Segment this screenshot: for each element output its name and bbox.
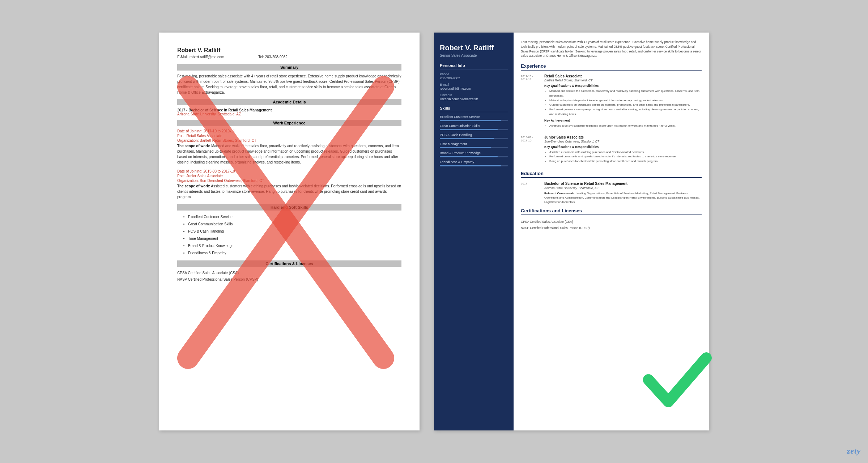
- right-cert-1: NASP Certified Professional Sales Person…: [521, 225, 702, 231]
- skill-bar-fill-3: [440, 147, 491, 148]
- scope-label-1: The scope of work:: [177, 144, 210, 148]
- cert-item-2: NASP Certified Professional Sales Person…: [177, 276, 401, 283]
- exp-bullet: Assisted customers with clothing purchas…: [549, 150, 676, 155]
- exp-bullet: Rang up purchases for clients while prom…: [549, 159, 676, 164]
- work-org-2: Organization: Sun-Drenched Outerwear, St…: [177, 179, 401, 183]
- left-resume-contact: E-Mail: robert.ratliff@me.com Tel: 203-2…: [177, 55, 401, 59]
- exp-entry-0: 2017-10 - 2019-11 Retail Sales Associate…: [521, 74, 702, 130]
- exp-bullet: Manned and walked the sales floor, proac…: [549, 89, 702, 98]
- skill-item-0: Excellent Customer Service: [440, 115, 508, 121]
- scope-text-2: Assisted customers with clothing purchas…: [177, 184, 401, 199]
- edu-entry-0: 2017 Bachelor of Science in Retail Sales…: [521, 182, 702, 204]
- left-resume: Robert V. Ratliff E-Mail: robert.ratliff…: [159, 33, 420, 430]
- right-cert-0: CPSA Certified Sales Associate (CSA): [521, 219, 702, 225]
- exp-body-1: Junior Sales Associate Sun-Drenched Oute…: [544, 135, 676, 166]
- edu-body-0: Bachelor of Science in Retail Sales Mana…: [544, 182, 702, 204]
- exp-bullets-0: Manned and walked the sales floor, proac…: [544, 89, 702, 117]
- right-resume-title: Senior Sales Associate: [440, 54, 508, 58]
- exp-bullet: Performed cross-sells and upsells based …: [549, 154, 676, 159]
- skill-bar-bg-1: [440, 129, 508, 130]
- tel-value: 203-208-9082: [265, 55, 288, 59]
- skills-heading: Hard and Soft Skills: [177, 204, 401, 211]
- education-entry: 2017 - Bachelor of Science in Retail Sal…: [177, 108, 401, 116]
- edu-school-0: Arizona State University, Scottsdale, AZ: [544, 186, 702, 190]
- phone-label: Phone: [440, 72, 508, 76]
- skill-item-3: Time Management: [440, 142, 508, 148]
- work-post-2: Post: Junior Sales Associate: [177, 174, 401, 178]
- skill-item: Excellent Customer Service: [188, 213, 401, 221]
- edu-year-0: 2017: [521, 182, 541, 204]
- skill-label-2: POS & Cash Handling: [440, 133, 508, 137]
- work-org-1: Organization: Bartlett Retail Stores, St…: [177, 139, 401, 143]
- right-resume: Robert V. Ratliff Senior Sales Associate…: [434, 33, 709, 430]
- skill-bar-fill-2: [440, 138, 494, 139]
- education-section-title: Education: [521, 171, 702, 178]
- exp-body-0: Retail Sales Associate Bartlett Retail S…: [544, 74, 702, 130]
- skills-heading: Skills: [440, 106, 508, 112]
- email-value: robert.ratliff@me.com: [440, 87, 508, 90]
- exp-bullets-1: Assisted customers with clothing purchas…: [544, 150, 676, 164]
- skill-bar-fill-0: [440, 120, 501, 121]
- exp-kq-heading-1: Key Qualifications & Responsibilities: [544, 145, 676, 149]
- work-date-2: Date of Joining: 2015-08 to 2017-10: [177, 169, 401, 173]
- work-scope-1: The scope of work: Manned and walked the…: [177, 143, 401, 165]
- work-post-1: Post: Retail Sales Associate: [177, 134, 401, 138]
- skill-label-1: Great Communication Skills: [440, 124, 508, 128]
- skill-bar-fill-5: [440, 165, 501, 166]
- exp-company-1: Sun-Drenched Outerwear, Stamford, CT: [544, 140, 676, 143]
- skill-label-3: Time Management: [440, 142, 508, 146]
- skill-bar-bg-4: [440, 156, 508, 157]
- exp-bullet: Performed general store upkeep during st…: [549, 107, 702, 117]
- left-resume-name: Robert V. Ratliff: [177, 47, 401, 54]
- email-label: E-mail: [440, 83, 508, 86]
- summary-heading: Summary: [177, 64, 401, 71]
- exp-bullet: Maintained up-to-date product knowledge …: [549, 98, 702, 103]
- exp-dates-0: 2017-10 - 2019-11: [521, 74, 541, 130]
- exp-entry-1: 2015-08 - 2017-10 Junior Sales Associate…: [521, 135, 702, 166]
- skill-item: Great Communication Skills: [188, 221, 401, 228]
- summary-text: Fast-moving, personable sales associate …: [177, 73, 401, 95]
- right-summary-text: Fast-moving, personable sales associate …: [521, 40, 702, 58]
- skill-item-4: Brand & Product Knowledge: [440, 151, 508, 157]
- skill-item: Friendliness & Empathy: [188, 250, 401, 257]
- work-heading: Work Experience: [177, 120, 401, 126]
- exp-company-0: Bartlett Retail Stores, Stamford, CT: [544, 78, 702, 82]
- skill-item: Time Management: [188, 235, 401, 242]
- exp-title-0: Retail Sales Associate: [544, 74, 702, 78]
- email-value: robert.ratliff@me.com: [190, 55, 224, 59]
- exp-achievement: Achieved a 98.5% customer feedback score…: [549, 124, 702, 128]
- edu-coursework-0: Relevant Coursework: Leading Organizatio…: [544, 191, 702, 204]
- skill-label-5: Friendliness & Empathy: [440, 160, 508, 164]
- work-date-1: Date of Joining: 2017-10 to 2019-11: [177, 129, 401, 133]
- skill-label-0: Excellent Customer Service: [440, 115, 508, 119]
- skills-list: Excellent Customer Service Great Communi…: [177, 213, 401, 257]
- skill-bar-bg-5: [440, 165, 508, 166]
- skill-item: POS & Cash Handling: [188, 228, 401, 235]
- edu-year: 2017 -: [177, 108, 187, 112]
- edu-degree: Bachelor of Science in Retail Sales Mana…: [188, 108, 272, 112]
- skill-item: Brand & Product Knowledge: [188, 242, 401, 250]
- zety-watermark: zety: [847, 446, 861, 456]
- skill-item-2: POS & Cash Handling: [440, 133, 508, 139]
- experience-section-title: Experience: [521, 63, 702, 71]
- coursework-label: Relevant Coursework:: [544, 192, 575, 195]
- linkedin-label: LinkedIn: [440, 93, 508, 97]
- skill-bar-bg-0: [440, 120, 508, 121]
- skill-label-4: Brand & Product Knowledge: [440, 151, 508, 155]
- certs-section-title: Certifications and Licenses: [521, 208, 702, 215]
- work-scope-2: The scope of work: Assisted customers wi…: [177, 183, 401, 200]
- right-resume-name: Robert V. Ratliff: [440, 43, 508, 52]
- cert-item-1: CPSA Certified Sales Associate (CSA): [177, 270, 401, 276]
- exp-achievements-0: Achieved a 98.5% customer feedback score…: [544, 124, 702, 128]
- exp-dates-1: 2015-08 - 2017-10: [521, 135, 541, 166]
- personal-info-heading: Personal Info: [440, 63, 508, 69]
- skill-item-1: Great Communication Skills: [440, 124, 508, 130]
- tel-label: Tel:: [258, 55, 264, 59]
- resume-sidebar: Robert V. Ratliff Senior Sales Associate…: [434, 33, 514, 430]
- right-certs-list: CPSA Certified Sales Associate (CSA) NAS…: [521, 219, 702, 231]
- certs-section: CPSA Certified Sales Associate (CSA) NAS…: [177, 270, 401, 283]
- skill-bar-fill-4: [440, 156, 498, 157]
- phone-value: 203-208-9082: [440, 76, 508, 80]
- exp-achievement-heading-0: Key Achievement: [544, 119, 702, 122]
- skill-item-5: Friendliness & Empathy: [440, 160, 508, 166]
